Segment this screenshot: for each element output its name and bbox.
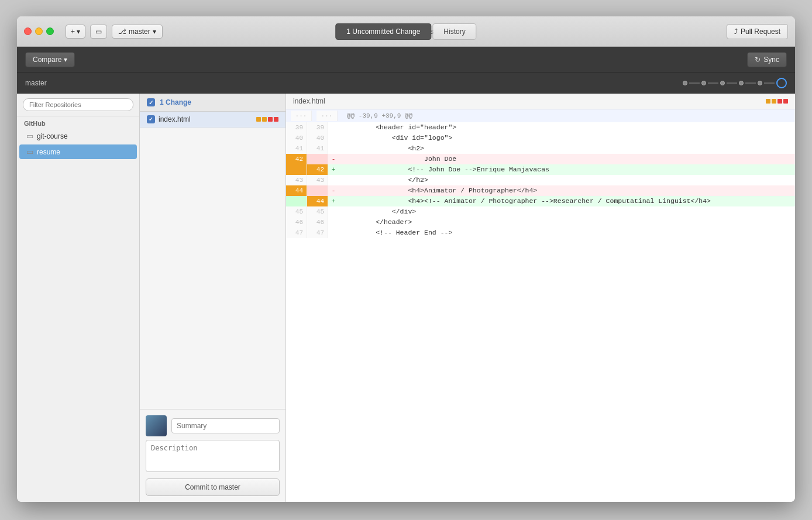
diff-line-44-added: 44 + <h4><!-- Animator / Photographer --…: [286, 196, 795, 206]
traffic-lights: [24, 27, 54, 35]
diff-hunk-header: ··· ··· @@ -39,9 +39,9 @@: [286, 109, 795, 122]
plus-icon: +: [71, 27, 75, 36]
commit-summary-input[interactable]: [171, 418, 280, 433]
branch-graph: [683, 78, 787, 88]
repo-icon-git-course: ▭: [26, 132, 33, 140]
diff-header-ind-red: [777, 99, 782, 104]
change-indicators: [256, 117, 278, 122]
indicator-orange2: [262, 117, 267, 122]
diff-header-indicators: [766, 99, 788, 104]
filter-repositories-input[interactable]: [23, 98, 133, 111]
change-item-index-html[interactable]: ✓ index.html: [140, 112, 285, 128]
diff-line-43: 43 43 </h2>: [286, 175, 795, 185]
tab-history[interactable]: History: [432, 23, 476, 40]
branch-arrow-icon: ▾: [153, 27, 156, 36]
sidebar-section-github: GitHub: [17, 116, 139, 128]
branch-row: master: [17, 73, 795, 94]
titlebar-left: + ▾ ▭ ⎇ master ▾: [66, 25, 163, 39]
pull-request-icon: ⤴: [734, 27, 738, 36]
indicator-red: [268, 117, 273, 122]
sidebar-filter-area: [17, 94, 139, 116]
diff-content: ··· ··· @@ -39,9 +39,9 @@ 39 39 <header …: [286, 109, 795, 502]
tab-uncommitted[interactable]: 1 Uncommitted Change: [335, 23, 431, 40]
changes-count-label: 1 Change: [160, 98, 191, 106]
branch-icon: ⎇: [118, 27, 126, 36]
diff-line-47: 47 47 <!-- Header End -->: [286, 228, 795, 238]
diff-line-42-removed: 42 - John Doe: [286, 154, 795, 164]
branch-graph-dot: [701, 81, 706, 85]
indicator-red2: [274, 117, 278, 122]
diff-line-44-removed: 44 - <h4>Animator / Photographer</h4>: [286, 185, 795, 196]
sidebar-item-label-resume: resume: [37, 148, 60, 156]
branch-graph-active-dot: [776, 78, 787, 88]
branch-graph-dot: [739, 81, 744, 85]
diff-view: index.html ··· ··· @@ -39,9 +39,9 @@: [286, 94, 795, 502]
diff-header-ind-red2: [783, 99, 788, 104]
file-checkbox-index-html[interactable]: ✓: [147, 115, 155, 123]
branch-selector[interactable]: ⎇ master ▾: [112, 25, 163, 39]
branch-graph-line: [764, 82, 775, 84]
maximize-button[interactable]: [46, 27, 54, 35]
diff-line-45: 45 45 </div>: [286, 206, 795, 217]
diff-header-ind-orange: [766, 99, 770, 104]
sidebar-item-resume[interactable]: ▭ resume: [19, 144, 137, 159]
sidebar-icon: ▭: [95, 27, 102, 36]
app-window: + ▾ ▭ ⎇ master ▾ 📁 emanjavacas/resume 1 …: [17, 16, 795, 502]
sidebar-item-git-course[interactable]: ▭ git-course: [19, 129, 137, 143]
diff-header-ind-orange2: [772, 99, 776, 104]
commit-description-input[interactable]: [146, 440, 280, 472]
changed-filename: index.html: [159, 115, 191, 123]
changes-header: ✓ 1 Change: [140, 94, 285, 112]
branch-graph-line: [727, 82, 737, 84]
compare-button[interactable]: Compare ▾: [25, 52, 75, 67]
sync-button[interactable]: ↻ Sync: [747, 52, 787, 67]
branch-graph-line: [689, 82, 700, 84]
sidebar: GitHub ▭ git-course ▭ resume: [17, 94, 140, 502]
branch-graph-dot: [758, 81, 762, 85]
branch-name: master: [129, 27, 150, 36]
sidebar-toggle-button[interactable]: ▭: [90, 25, 107, 39]
main-area: GitHub ▭ git-course ▭ resume ✓ 1 Change: [17, 94, 795, 502]
diff-line-39: 39 39 <header id="header">: [286, 122, 795, 133]
changes-select-all-checkbox[interactable]: ✓: [147, 98, 155, 106]
branch-graph-dot: [683, 81, 687, 85]
avatar-image: [146, 415, 167, 436]
branch-graph-line: [708, 82, 718, 84]
commit-area: Commit to master: [140, 409, 285, 502]
diff-line-41: 41 41 <h2>: [286, 143, 795, 154]
branch-graph-line: [745, 82, 756, 84]
repo-icon-resume: ▭: [26, 147, 33, 156]
indicator-orange: [256, 117, 261, 122]
avatar: [146, 415, 167, 436]
diff-line-42-added: 42 + <!-- John Doe -->Enrique Manjavacas: [286, 164, 795, 175]
diff-filename: index.html: [293, 97, 325, 105]
branch-graph-dot: [720, 81, 725, 85]
minimize-button[interactable]: [35, 27, 43, 35]
commit-button[interactable]: Commit to master: [146, 478, 280, 496]
close-button[interactable]: [24, 27, 32, 35]
titlebar: + ▾ ▭ ⎇ master ▾ 📁 emanjavacas/resume 1 …: [17, 16, 795, 47]
titlebar-right: ⤴ Pull Request: [727, 24, 788, 39]
tab-group: 1 Uncommitted Change History: [335, 23, 476, 40]
sidebar-item-label-git-course: git-course: [37, 132, 68, 140]
changes-panel: ✓ 1 Change ✓ index.html: [140, 94, 286, 502]
commit-row: [146, 415, 280, 436]
pull-request-button[interactable]: ⤴ Pull Request: [727, 24, 788, 39]
diff-header: index.html: [286, 94, 795, 109]
diff-line-46: 46 46 </header>: [286, 217, 795, 228]
toolbar: Compare ▾ ↻ Sync: [17, 47, 795, 73]
add-button-arrow: ▾: [77, 27, 80, 36]
diff-line-40: 40 40 <div id="logo">: [286, 133, 795, 143]
branch-row-label: master: [25, 79, 47, 87]
add-button[interactable]: + ▾: [66, 25, 85, 39]
changes-spacer: [140, 128, 285, 409]
sync-icon: ↻: [755, 56, 761, 64]
